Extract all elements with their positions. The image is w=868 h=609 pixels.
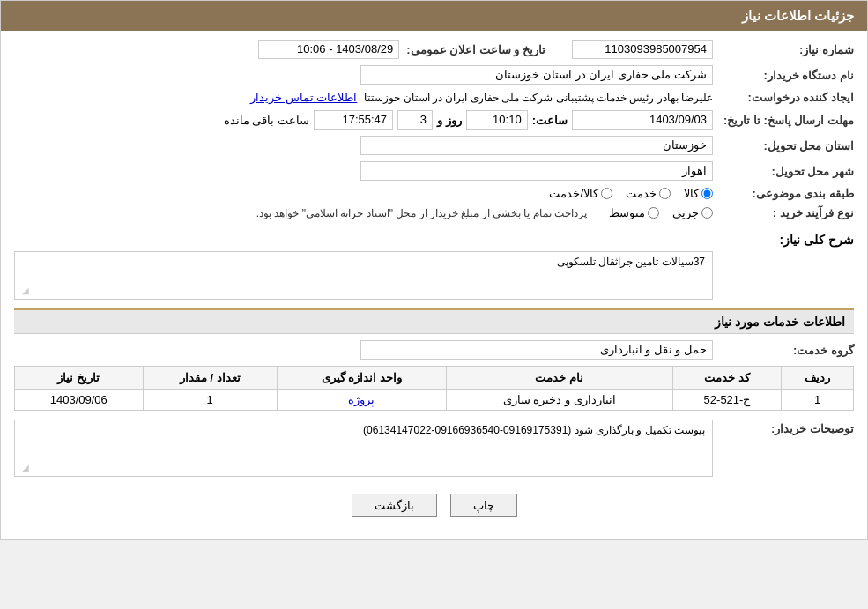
category-option-kala-khedmat[interactable]: کالا/خدمت: [549, 187, 612, 200]
buyer-desc-resize-handle: ◢: [22, 464, 29, 472]
service-group-label: گروه خدمت:: [713, 344, 854, 357]
creator-row: ایجاد کننده درخواست: علیرضا بهادر رئیس خ…: [14, 91, 854, 104]
category-radio-khedmat[interactable]: [659, 188, 671, 199]
deadline-label: مهلت ارسال پاسخ: تا تاریخ:: [713, 114, 854, 127]
category-label-khedmat: خدمت: [626, 187, 657, 200]
category-label-kala-khedmat: کالا/خدمت: [549, 187, 598, 200]
purchase-type-label-motavasset: متوسط: [609, 206, 645, 219]
buyer-org-label: نام دستگاه خریدار:: [713, 69, 854, 82]
announce-date-label: تاریخ و ساعت اعلان عمومی:: [399, 43, 545, 56]
buyer-desc-label: توصیحات خریدار:: [713, 420, 854, 435]
deadline-remaining-label: ساعت باقی مانده: [224, 114, 309, 127]
col-quantity: تعداد / مقدار: [143, 367, 277, 390]
cell-unit: پروژه: [277, 390, 446, 411]
services-section-title: اطلاعات خدمات مورد نیاز: [14, 308, 854, 334]
purchase-type-row: نوع فرآیند خرید : جزیی متوسط پرداخت تمام…: [14, 206, 854, 219]
province-label: استان محل تحویل:: [713, 139, 854, 152]
deadline-days-label: روز و: [437, 114, 462, 127]
deadline-time-value: 10:10: [466, 110, 528, 130]
buyer-org-row: نام دستگاه خریدار: شرکت ملی حفاری ایران …: [14, 65, 854, 85]
buyer-org-value: شرکت ملی حفاری ایران در استان خوزستان: [360, 65, 713, 85]
announce-date-value: 1403/08/29 - 10:06: [258, 40, 399, 59]
cell-quantity: 1: [143, 390, 277, 411]
purchase-type-radio-group: جزیی متوسط پرداخت تمام یا بخشی از مبلغ خ…: [256, 206, 713, 219]
deadline-remaining-value: 17:55:47: [314, 110, 393, 130]
col-service-name: نام خدمت: [446, 367, 672, 390]
deadline-row: مهلت ارسال پاسخ: تا تاریخ: 1403/09/03 سا…: [14, 110, 854, 130]
need-number-row: شماره نیاز: 1103093985007954 تاریخ و ساع…: [14, 40, 854, 59]
cell-service-code: ح-521-52: [672, 390, 782, 411]
col-row: ردیف: [782, 367, 854, 390]
page-header: جزئیات اطلاعات نیاز: [1, 1, 867, 31]
need-number-label: شماره نیاز:: [713, 43, 854, 56]
city-label: شهر محل تحویل:: [713, 165, 854, 178]
buyer-desc-value: پیوست تکمیل و بارگذاری شود (09169175391-…: [22, 424, 705, 464]
province-value: خوزستان: [360, 136, 713, 155]
deadline-time-label: ساعت:: [532, 114, 568, 127]
creator-value: علیرضا بهادر رئیس خدمات پشتیبانی شرکت مل…: [364, 92, 713, 104]
cell-row: 1: [782, 390, 854, 411]
col-unit: واحد اندازه گیری: [277, 367, 446, 390]
narration-label: شرح کلی نیاز:: [780, 233, 854, 247]
creator-label: ایجاد کننده درخواست:: [713, 91, 854, 104]
footer-buttons: چاپ بازگشت: [14, 483, 854, 531]
province-row: استان محل تحویل: خوزستان: [14, 136, 854, 155]
category-label: طبقه بندی موضوعی:: [713, 187, 854, 200]
contact-link[interactable]: اطلاعات تماس خریدار: [250, 91, 357, 104]
purchase-type-jozi[interactable]: جزیی: [672, 206, 713, 219]
cell-service-name: انبارداری و ذخیره سازی: [446, 390, 672, 411]
narration-row: 37سیالات تامین جراثقال تلسکوپی ◢: [14, 251, 854, 300]
category-option-kala[interactable]: کالا: [684, 187, 713, 200]
deadline-date-value: 1403/09/03: [572, 110, 713, 130]
narration-value: 37سیالات تامین جراثقال تلسکوپی: [29, 256, 705, 268]
category-radio-kala-khedmat[interactable]: [601, 188, 612, 199]
narration-resize-handle: ◢: [22, 286, 29, 295]
back-button[interactable]: بازگشت: [352, 494, 437, 517]
purchase-type-note: پرداخت تمام یا بخشی از مبلغ خریدار از مح…: [256, 207, 587, 219]
purchase-type-label-jozi: جزیی: [672, 206, 699, 219]
category-row: طبقه بندی موضوعی: کالا خدمت کالا/خدمت: [14, 187, 854, 200]
need-number-value: 1103093985007954: [572, 40, 713, 59]
category-label-kala: کالا: [684, 187, 699, 200]
purchase-type-radio-jozi[interactable]: [701, 207, 713, 219]
service-group-value: حمل و نقل و انبارداری: [360, 340, 713, 360]
buyer-desc-row: توصیحات خریدار: پیوست تکمیل و بارگذاری ش…: [14, 420, 854, 477]
col-date: تاریخ نیاز: [15, 367, 144, 390]
purchase-type-radio-motavasset[interactable]: [648, 207, 659, 219]
cell-date: 1403/09/06: [15, 390, 144, 411]
print-button[interactable]: چاپ: [450, 494, 517, 517]
service-group-row: گروه خدمت: حمل و نقل و انبارداری: [14, 340, 854, 360]
page-title: جزئیات اطلاعات نیاز: [742, 8, 854, 23]
city-value: اهواز: [360, 161, 713, 181]
category-radio-kala[interactable]: [701, 188, 713, 199]
city-row: شهر محل تحویل: اهواز: [14, 161, 854, 181]
purchase-type-motavasset[interactable]: متوسط: [609, 206, 659, 219]
col-service-code: کد خدمت: [672, 367, 782, 390]
category-option-khedmat[interactable]: خدمت: [626, 187, 671, 200]
services-table: ردیف کد خدمت نام خدمت واحد اندازه گیری ت…: [14, 366, 854, 411]
category-radio-group: کالا خدمت کالا/خدمت: [549, 187, 713, 200]
table-row: 1ح-521-52انبارداری و ذخیره سازیپروژه1140…: [15, 390, 854, 411]
purchase-type-label: نوع فرآیند خرید :: [713, 206, 854, 219]
deadline-days-value: 3: [397, 110, 433, 130]
narration-section-title: شرح کلی نیاز:: [14, 227, 854, 247]
